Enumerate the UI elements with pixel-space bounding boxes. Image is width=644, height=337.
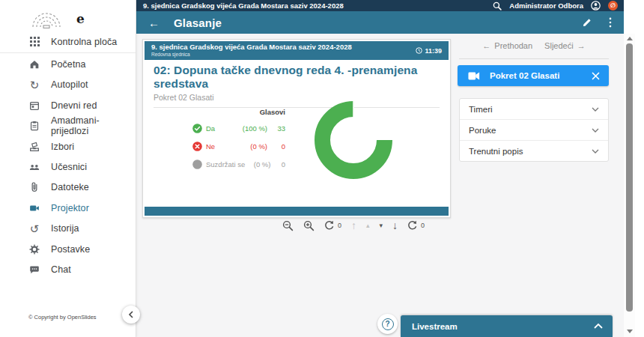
scale-down-icon[interactable]: ▾ (380, 222, 383, 229)
scale-up-icon[interactable]: ▴ (366, 222, 370, 229)
openslides-app: e Kontrolna ploča Početna ↻ (0, 0, 644, 337)
clock-icon (416, 47, 422, 54)
chat-icon (28, 263, 41, 276)
videocam-icon (468, 71, 480, 81)
vote-percent: (100 %) (236, 124, 267, 133)
vote-row-yes: Da (100 %) 33 (192, 119, 285, 137)
sidebar-item-autopilot[interactable]: ↻ Autopilot (0, 75, 136, 95)
motion-subtitle: Pokret 02 Glasati (154, 93, 440, 102)
current-projection-label: Pokret 02 Glasati (490, 71, 592, 80)
slide-meeting-subtitle: Redovna sjednica (151, 52, 416, 57)
sidebar-item-label: Amadmani-prijedlozi (51, 115, 136, 136)
vote-result-table: Glasovi Da (100 %) 33 Ne (0 %) 0 (192, 106, 285, 173)
sidebar-item-dnevni-red[interactable]: Dnevni red (0, 95, 136, 115)
slide-navigation: ← Prethodan Sljedeći → (459, 41, 609, 50)
scroll-up-icon[interactable]: ↑ (351, 220, 356, 231)
accordion-row-poruke[interactable]: Poruke (460, 120, 608, 141)
slide-clock-time: 11:39 (425, 47, 442, 55)
chevron-down-icon (592, 149, 599, 154)
gear-icon (28, 243, 41, 256)
sidebar-item-label: Chat (51, 264, 71, 275)
account-circle-icon[interactable] (591, 1, 601, 10)
user-avatar-badge[interactable]: ∅ (608, 1, 618, 10)
page-scrollbar-thumb[interactable] (626, 43, 633, 312)
accordion-row-trenutni-popis[interactable]: Trenutni popis (460, 141, 608, 161)
abstain-circle-icon (192, 160, 202, 169)
sidebar-item-pocetna[interactable]: Početna (0, 54, 136, 74)
next-label: Sljedeći (544, 41, 574, 50)
close-icon[interactable] (592, 72, 600, 80)
slide-meeting-title: 9. sjednica Gradskog vijeća Grada Mostar… (151, 43, 416, 52)
sync-icon: ↻ (28, 78, 41, 91)
scrollbar-up-arrow[interactable] (627, 37, 633, 40)
user-menu[interactable]: Administrator Odbora (509, 1, 583, 10)
livestream-bar[interactable]: Livestream (401, 315, 613, 337)
scroll-reset-icon[interactable]: 0 (407, 220, 425, 231)
zoom-level-value: 0 (338, 222, 341, 229)
help-icon: ? (382, 318, 394, 330)
arrow-left-icon: ← (482, 41, 490, 50)
previous-slide-button[interactable]: ← Prethodan (482, 41, 532, 50)
hemicycle-logo-icon (22, 7, 70, 30)
back-arrow-icon[interactable]: ← (148, 16, 160, 29)
sidebar-item-izbori[interactable]: Izbori (0, 136, 136, 157)
scroll-down-icon[interactable]: ↓ (392, 220, 398, 231)
sidebar-collapse-button[interactable] (122, 306, 140, 324)
zoom-out-icon[interactable] (282, 220, 294, 231)
chevron-up-icon (594, 324, 603, 329)
scrollbar-down-arrow[interactable] (627, 330, 633, 333)
projector-slide-header: 9. sjednica Gradskog vijeća Grada Mostar… (145, 41, 449, 60)
paperclip-icon (28, 180, 41, 194)
accordion-label: Trenutni popis (469, 147, 523, 156)
more-vert-icon[interactable] (609, 17, 612, 28)
sidebar-item-projektor[interactable]: Projektor (0, 198, 136, 218)
sidebar-item-ucesnici[interactable]: Učesnici (0, 157, 136, 177)
sidebar-item-istorija[interactable]: ↺ Istorija (0, 219, 136, 239)
sidebar-item-label: Izbori (51, 142, 74, 152)
organization-logo: e (22, 5, 116, 32)
home-icon (28, 58, 41, 71)
sidebar-item-amadmani-prijedlozi[interactable]: Amadmani-prijedlozi (0, 116, 136, 136)
vote-option-label: Da (206, 124, 236, 133)
search-icon[interactable] (493, 1, 502, 10)
sidebar-item-postavke[interactable]: Postavke (0, 239, 136, 259)
sidebar-item-label: Kontrolna ploča (51, 37, 117, 47)
vote-option-label: Suzdržati se (206, 160, 245, 168)
sidebar-item-chat[interactable]: Chat (0, 259, 136, 279)
projector-accordion: Timeri Poruke Trenutni popis (459, 98, 609, 162)
logo-letter: e (76, 11, 85, 26)
next-slide-button[interactable]: Sljedeći → (544, 41, 586, 50)
sidebar: e Kontrolna ploča Početna ↻ (0, 0, 136, 337)
motion-title: 02: Dopuna tačke dnevnog reda 4. -prenam… (154, 64, 440, 91)
global-headbar: 9. sjednica Gradskog vijeća Grada Mostar… (136, 0, 624, 11)
vote-percent: (0 %) (245, 160, 270, 168)
projector-slide-footer-bar (145, 207, 449, 216)
vote-row-no: Ne (0 %) 0 (192, 137, 285, 155)
chevron-left-icon (128, 311, 134, 318)
projector-slide-body: 02: Dopuna tačke dnevnog reda 4. -prenam… (145, 64, 449, 201)
zoom-reset-icon[interactable]: 0 (324, 220, 341, 231)
check-circle-icon (192, 124, 202, 133)
accordion-label: Timeri (469, 105, 493, 114)
zoom-in-icon[interactable] (303, 220, 315, 231)
accordion-row-timeri[interactable]: Timeri (460, 99, 608, 120)
vote-option-label: Ne (206, 142, 236, 151)
headbar-actions: Administrator Odbora ∅ (493, 1, 624, 10)
sidebar-item-label: Projektor (51, 203, 89, 213)
sidebar-item-label: Datoteke (51, 182, 89, 192)
accordion-label: Poruke (469, 126, 496, 135)
meeting-title: 9. sjednica Gradskog vijeća Grada Mostar… (136, 1, 493, 10)
edit-pencil-icon[interactable] (582, 17, 592, 28)
sidebar-item-label: Autopilot (51, 79, 88, 90)
sidebar-item-label: Učesnici (51, 162, 87, 172)
people-icon (28, 160, 41, 174)
help-button[interactable]: ? (377, 314, 398, 334)
chevron-down-icon (592, 128, 599, 133)
history-icon: ↺ (28, 222, 41, 235)
sidebar-item-datoteke[interactable]: Datoteke (0, 177, 136, 198)
sidebar-item-kontrolna-ploca[interactable]: Kontrolna ploča (0, 31, 136, 52)
projector-preview-card: 9. sjednica Gradskog vijeća Grada Mostar… (142, 39, 451, 218)
arrow-right-icon: → (577, 41, 586, 50)
current-projection-button[interactable]: Pokret 02 Glasati (458, 65, 609, 86)
chevron-down-icon (592, 107, 599, 112)
